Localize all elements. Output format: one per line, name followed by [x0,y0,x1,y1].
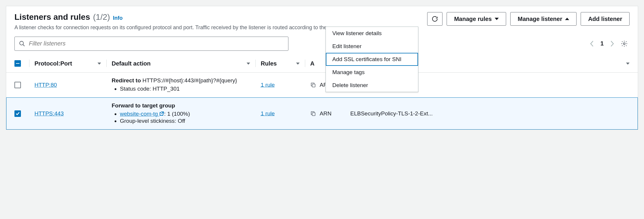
default-action-cell: Redirect to HTTPS://#{host}:443/#{path}?… [106,72,255,97]
select-all-checkbox[interactable] [14,60,21,67]
manage-listener-button[interactable]: Manage listener [510,12,577,26]
default-action-cell: Forward to target groupwebsite-com-tg : … [106,97,255,130]
manage-rules-label: Manage rules [454,16,492,22]
arn-cell: ARN [310,110,340,117]
copy-icon[interactable] [310,111,316,117]
minus-icon [16,63,19,64]
page-number: 1 [600,40,604,47]
target-group-link[interactable]: website-com-tg [120,111,164,117]
listener-menu-item[interactable]: Manage tags [326,66,418,79]
listener-menu-item[interactable]: Edit listener [326,40,418,53]
rules-link[interactable]: 1 rule [261,82,275,88]
header-actions: Manage rules Manage listener Add listene… [427,12,630,26]
pager-prev[interactable] [590,40,594,47]
refresh-button[interactable] [427,12,442,26]
filter-row: 1 [6,32,638,56]
svg-rect-3 [312,84,315,87]
sort-caret-icon[interactable] [626,63,630,65]
action-bullet: Group-level stickiness: Off [120,118,250,124]
protocol-link[interactable]: HTTPS:443 [34,110,64,117]
pager: 1 [590,40,628,47]
svg-line-1 [23,44,25,46]
external-link-icon [159,111,164,116]
search-icon [19,40,25,47]
gear-icon[interactable] [621,40,628,47]
caret-down-icon [495,18,499,20]
pager-next[interactable] [610,40,614,47]
security-policy-cell: ELBSecurityPolicy-TLS-1-2-Ext... [345,97,618,130]
listeners-table: Protocol:Port Default action Rules A HTT… [6,56,638,130]
info-link[interactable]: Info [113,15,123,22]
col-trail[interactable] [618,56,638,73]
listeners-panel: Listeners and rules (1/2) Info A listene… [6,6,638,130]
svg-point-0 [20,41,24,45]
filter-input[interactable] [29,40,284,47]
add-listener-button[interactable]: Add listener [581,12,630,26]
svg-rect-4 [312,112,315,115]
table-row[interactable]: HTTP:80Redirect to HTTPS://#{host}:443/#… [6,72,638,97]
title-text: Listeners and rules [14,12,90,22]
caret-up-icon [565,18,569,20]
row-checkbox[interactable] [14,82,21,88]
panel-header: Listeners and rules (1/2) Info A listene… [6,6,638,32]
svg-point-2 [623,43,625,45]
col-select [6,56,29,73]
rules-link[interactable]: 1 rule [261,110,275,117]
action-bullet: Status code: HTTP_301 [120,86,250,92]
title-count: (1/2) [93,12,110,22]
listener-menu-item[interactable]: Add SSL certificates for SNI [326,53,418,66]
sort-caret-icon[interactable] [296,63,300,65]
add-listener-label: Add listener [588,16,622,22]
col-rules[interactable]: Rules [255,56,305,73]
refresh-icon [432,16,438,22]
manage-rules-button[interactable]: Manage rules [447,12,506,26]
table-row[interactable]: HTTPS:443Forward to target groupwebsite-… [6,97,638,130]
manage-listener-label: Manage listener [518,16,562,22]
listener-menu-item[interactable]: View listener details [326,27,418,40]
sort-caret-icon[interactable] [98,63,101,65]
action-bullet: website-com-tg : 1 (100%) [120,111,250,117]
manage-listener-menu: View listener detailsEdit listenerAdd SS… [326,27,418,92]
col-protocol[interactable]: Protocol:Port [29,56,106,73]
check-icon [16,112,20,116]
arn-label: ARN [320,110,331,117]
filter-input-container[interactable] [14,37,288,51]
protocol-link[interactable]: HTTP:80 [34,82,57,88]
sort-caret-icon[interactable] [247,63,250,65]
copy-icon[interactable] [310,82,316,88]
row-checkbox[interactable] [14,110,21,117]
col-default-action[interactable]: Default action [106,56,255,73]
page-title: Listeners and rules (1/2) Info [14,12,427,22]
listener-menu-item[interactable]: Delete listener [326,79,418,92]
